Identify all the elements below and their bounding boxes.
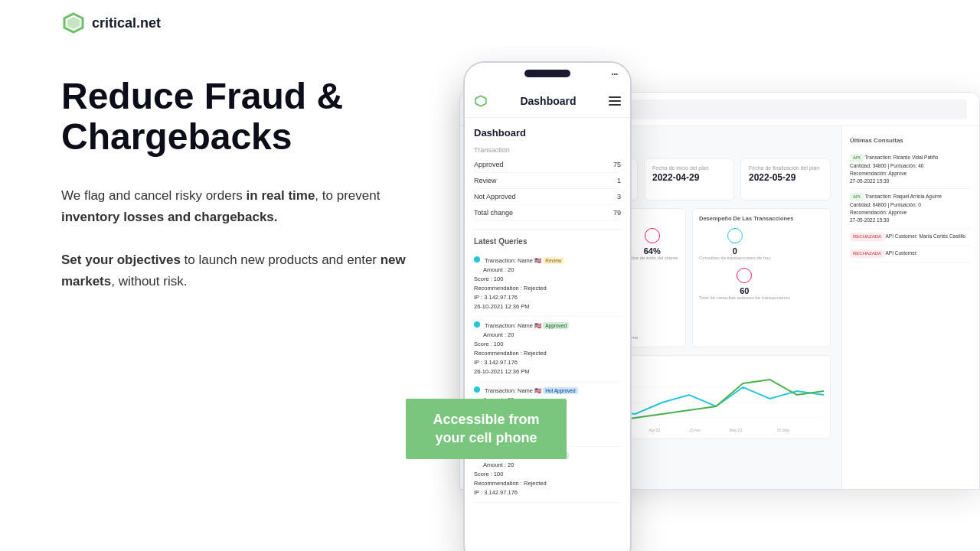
- query-badge-1: API: [850, 154, 864, 162]
- perf-trans-title: Desempeño De Las Transacciones: [699, 215, 824, 222]
- mobile-table-header: Transaction: [474, 146, 621, 154]
- date-start-label: Fecha de inicio del plan: [652, 165, 726, 171]
- query-item-2: API Transaction: Raquel Arriola Aguirre …: [850, 189, 972, 228]
- metric-4-desc: Consultas de transacciones de hoy: [699, 256, 770, 262]
- mobile-mockup: ••• Dashboard Dashboard Transaction: [463, 61, 632, 551]
- hamburger-line-2: [609, 100, 621, 102]
- svg-text:15 Apr: 15 Apr: [689, 428, 701, 432]
- query-item-4: RECHAZADA API Customer:: [850, 246, 972, 262]
- mobile-table-row-review: Review 1: [474, 173, 621, 189]
- query-badge-approved-2: Approved: [543, 322, 569, 329]
- logo[interactable]: critical.net: [61, 11, 161, 35]
- query-badge-4: RECHAZADA: [850, 249, 884, 258]
- date-start-value: 2022-04-29: [652, 172, 726, 183]
- query-dot-3: [474, 386, 480, 393]
- perf-trans-metrics: 0 Consultas de transacciones de hoy 60 T…: [699, 228, 824, 302]
- mobile-title: Dashboard: [520, 95, 576, 107]
- logo-icon: [61, 11, 86, 35]
- mobile-notch: •••: [465, 63, 630, 84]
- query-item-1: API Transaction: Ricardo Vidal Patiño Ca…: [850, 150, 972, 189]
- right-panel-title: Últimas Consultas: [850, 137, 972, 144]
- perf-trans-section: Desempeño De Las Transacciones 0 Consult…: [692, 208, 831, 347]
- metric-4: 0 Consultas de transacciones de hoy: [699, 228, 770, 262]
- mobile-notch-pill: [524, 70, 570, 77]
- date-start-card: Fecha de inicio del plan 2022-04-29: [644, 158, 734, 201]
- body-paragraph-1: We flag and cancel risky orders in real …: [61, 185, 413, 228]
- mobile-content: Dashboard Transaction Approved 75 Review…: [465, 118, 630, 543]
- metric-5-num: 60: [699, 286, 790, 295]
- green-banner: Accessible from your cell phone: [406, 399, 567, 459]
- date-end-card: Fecha de finalización del plan 2022-05-2…: [740, 158, 831, 201]
- mobile-table-row-total: Total change 79: [474, 205, 621, 221]
- query-badge-2: API: [850, 193, 864, 201]
- desktop-right-panel: Últimas Consultas API Transaction: Ricar…: [841, 126, 979, 489]
- query-badge-3: RECHAZADA: [850, 233, 884, 241]
- mobile-latest-title: Latest Queries: [474, 237, 621, 246]
- svg-text:May'22: May'22: [730, 428, 743, 432]
- svg-marker-14: [475, 96, 486, 106]
- metric-1: 64% Índice de éxito del cliente: [626, 228, 678, 262]
- hamburger-line-3: [609, 104, 621, 106]
- query-badge-hot: Hot Approved: [543, 387, 577, 394]
- mobile-query-item-1: Transaction: Name 🇺🇸 Review Amount : 20S…: [474, 252, 621, 317]
- mobile-divider: [474, 229, 621, 230]
- query-badge-review: Review: [543, 257, 564, 264]
- date-end-value: 2022-05-29: [749, 172, 822, 183]
- mobile-logo-icon: [474, 94, 488, 108]
- body-paragraph-2: Set your objectives to launch new produc…: [61, 249, 413, 292]
- metric-5-icon: [737, 268, 752, 283]
- header: critical.net: [0, 0, 980, 46]
- svg-text:Apr'22: Apr'22: [648, 428, 660, 432]
- green-banner-text: Accessible from your cell phone: [421, 411, 551, 447]
- mobile-table-row-approved: Approved 75: [474, 157, 621, 173]
- query-dot-2: [474, 321, 480, 328]
- mobile-logo-area: [474, 94, 488, 108]
- logo-text: critical.net: [92, 15, 161, 31]
- date-end-label: Fecha de finalización del plan: [749, 165, 822, 171]
- mobile-query-item-2: Transaction: Name 🇺🇸 Approved Amount : 2…: [474, 317, 621, 382]
- metric-4-num: 0: [699, 246, 770, 256]
- svg-marker-1: [67, 17, 80, 29]
- metric-1-num: 64%: [626, 246, 678, 256]
- metric-1-icon: [645, 228, 660, 243]
- query-item-3: RECHAZADA API Customer: María Cortés Cas…: [850, 229, 972, 246]
- svg-text:15 May: 15 May: [776, 428, 789, 432]
- metric-5-desc: Total de consultas exitosas de transacci…: [699, 295, 790, 302]
- hamburger-menu[interactable]: [609, 96, 621, 106]
- metric-4-icon: [727, 228, 743, 243]
- mobile-topbar: Dashboard: [465, 84, 630, 118]
- metric-5: 60 Total de consultas exitosas de transa…: [699, 268, 790, 302]
- mobile-table-row-not-approved: Not Approved 3: [474, 189, 621, 205]
- main-heading: Reduce Fraud & Chargebacks: [61, 77, 413, 158]
- mockup-area: critical.net Buscar... Dashboard Ordenes: [406, 61, 980, 536]
- left-content-area: Reduce Fraud & Chargebacks We flag and c…: [61, 77, 413, 292]
- query-dot-1: [474, 256, 480, 262]
- mobile-section-title: Dashboard: [474, 127, 621, 139]
- hamburger-line-1: [609, 96, 621, 98]
- metric-1-desc: Índice de éxito del cliente: [626, 256, 678, 262]
